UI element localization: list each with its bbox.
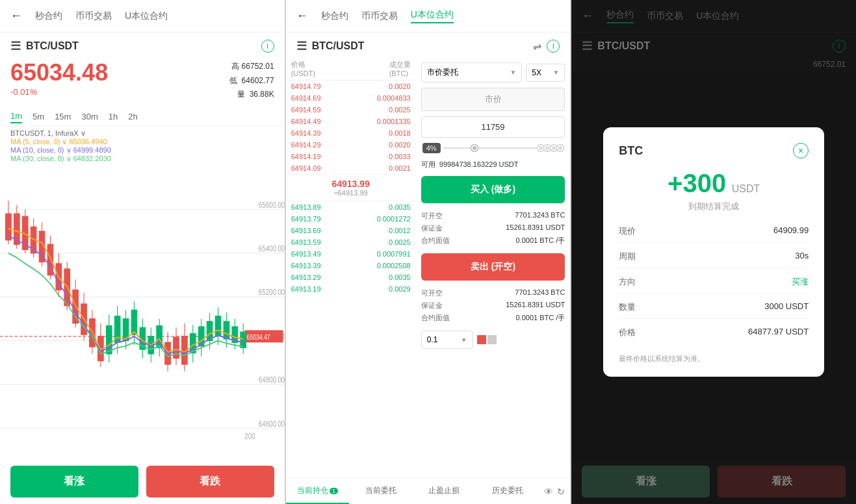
order-type-select[interactable]: 市价委托 ▼	[421, 62, 523, 82]
panel1-symbol-title[interactable]: ☰ BTC/USDT	[10, 39, 79, 53]
panel1-symbol-label: BTC/USDT	[26, 40, 79, 52]
bid-row-2[interactable]: 64913.69 0.0012	[286, 225, 416, 236]
tab-current-orders[interactable]: 当前委托	[349, 479, 412, 504]
panel1-bull-button[interactable]: 看涨	[10, 466, 138, 498]
panel1-ma5: MA (5, close, 0) ∨ 65036.4940	[10, 138, 274, 146]
modal-row-2: 方向 买涨	[619, 276, 809, 294]
tf-5m[interactable]: 5m	[32, 110, 44, 123]
slider-row[interactable]: 4%	[421, 143, 565, 153]
panel1-chart-info: BTCUSDT, 1, InfuraX ∨ MA (5, close, 0) ∨…	[0, 127, 285, 166]
order-type-row: 市价委托 ▼ 5X ▼	[421, 62, 565, 82]
tf-1h[interactable]: 1h	[109, 110, 118, 123]
orderbook-header: 价格(USDT) 成交量(BTC)	[286, 57, 416, 81]
ask-row-6[interactable]: 64914.19 0.0033	[286, 151, 416, 162]
margin-val-top: 15261.8391 USDT	[480, 223, 565, 233]
grid-icons	[477, 335, 497, 344]
leverage-arrow: ▼	[552, 69, 559, 76]
margin-val-bottom: 15261.8391 USDT	[480, 301, 565, 310]
ob-mid-price: 64913.99	[291, 179, 411, 189]
panel2-nav-item-2[interactable]: U本位合约	[411, 9, 454, 23]
bid-row-6[interactable]: 64913.29 0.0035	[286, 271, 416, 283]
tf-30m[interactable]: 30m	[81, 110, 97, 123]
ask-row-7[interactable]: 64914.09 0.0021	[286, 162, 416, 174]
tf-15m[interactable]: 15m	[55, 110, 71, 123]
ask-row-4[interactable]: 64914.39 0.0018	[286, 127, 416, 139]
ask-row-0[interactable]: 64914.79 0.0020	[286, 81, 416, 92]
contract-label-bottom: 合约面值	[421, 313, 475, 323]
panel1-bear-button[interactable]: 看跌	[146, 466, 274, 498]
sell-info-grid: 可开空 7701.3243 BTC 保证金 15261.8391 USDT 合约…	[421, 286, 565, 325]
ask-row-5[interactable]: 64914.29 0.0020	[286, 139, 416, 151]
sell-button[interactable]: 卖出 (开空)	[421, 253, 565, 281]
panel1-chart-area: BTCUSDT, 1, InfuraX ∨ MA (5, close, 0) ∨…	[0, 127, 285, 459]
panel1-nav-item-2[interactable]: U本位合约	[125, 10, 168, 22]
ask-row-2[interactable]: 64914.59 0.0025	[286, 104, 416, 116]
slider-dot-3[interactable]	[551, 145, 557, 151]
contract-label-top: 合约面值	[421, 236, 475, 246]
tf-2h[interactable]: 2h	[128, 110, 137, 123]
panel2-bottom-tabs: 当前持仓1 当前委托 止盈止损 历史委托 👁 ↻	[286, 478, 571, 504]
hamburger-icon[interactable]: ☰	[10, 39, 21, 53]
ask-row-1[interactable]: 64914.69 0.0004833	[286, 92, 416, 104]
orderbook: 价格(USDT) 成交量(BTC) 64914.79 0.0020 64914.…	[286, 57, 416, 478]
ob-header-price: 价格(USDT)	[291, 60, 315, 77]
tf-1m[interactable]: 1m	[10, 110, 22, 123]
contract-val-top: 0.0001 BTC /手	[480, 236, 565, 246]
refresh-icon[interactable]: ↻	[557, 486, 565, 497]
panel1-nav-item-1[interactable]: 币币交易	[75, 10, 112, 22]
modal-row-1: 周期 30s	[619, 251, 809, 268]
modal-close-button[interactable]: ×	[793, 143, 809, 158]
margin-label-bottom: 保证金	[421, 301, 475, 310]
svg-text:64800.00: 64800.00	[259, 375, 285, 384]
slider-dots[interactable]	[443, 145, 564, 151]
modal-title: BTC	[619, 144, 643, 158]
qty-input[interactable]: 11759	[421, 116, 565, 138]
svg-text:65400.00: 65400.00	[259, 244, 285, 253]
panel1-back-button[interactable]: ←	[10, 9, 22, 23]
panel2-chart-icon[interactable]: ⇌	[533, 40, 541, 53]
positions-badge: 1	[330, 488, 338, 494]
panel2-symbol-title[interactable]: ☰ BTC/USDT	[296, 39, 365, 53]
panel2-nav-item-1[interactable]: 币币交易	[361, 10, 398, 22]
avail-row: 可用 99984738.163229 USDT	[421, 158, 565, 171]
slider-dot-2[interactable]	[544, 145, 551, 151]
orderbook-mid: 64913.99 ≈64913.99	[286, 174, 416, 201]
eye-icon[interactable]: 👁	[544, 486, 553, 497]
panel2-symbol-header: ☰ BTC/USDT ⇌ i	[286, 32, 571, 57]
svg-text:200: 200	[244, 431, 255, 440]
panel2-back-button[interactable]: ←	[296, 9, 308, 23]
bid-row-4[interactable]: 64913.49 0.0007991	[286, 248, 416, 260]
buy-button[interactable]: 买入 (做多)	[421, 176, 565, 203]
bid-row-1[interactable]: 64913.79 0.0001272	[286, 213, 416, 225]
bid-row-5[interactable]: 64913.39 0.0002508	[286, 260, 416, 271]
bid-row-0[interactable]: 64913.89 0.0035	[286, 201, 416, 213]
bid-row-3[interactable]: 64913.59 0.0025	[286, 236, 416, 248]
panel2-info-icon[interactable]: i	[547, 40, 560, 53]
modal-row-0: 现价 64909.99	[619, 225, 809, 243]
panel1-info-icon[interactable]: i	[261, 40, 274, 53]
panel1-main-price: 65034.48	[10, 60, 108, 86]
red-grid-icon[interactable]	[477, 335, 486, 344]
slider-dot-1[interactable]	[538, 145, 544, 151]
panel2-hamburger-icon[interactable]: ☰	[296, 39, 307, 53]
bid-row-7[interactable]: 64913.19 0.0029	[286, 283, 416, 295]
slider-line[interactable]	[443, 147, 538, 149]
ask-row-3[interactable]: 64914.49 0.0001335	[286, 116, 416, 127]
price-input[interactable]: 市价	[421, 88, 565, 111]
slider-dot-4[interactable]	[557, 145, 564, 151]
gray-grid-icon[interactable]	[487, 335, 497, 344]
tab-stop-orders[interactable]: 止盈止损	[413, 479, 476, 504]
svg-rect-68	[224, 321, 229, 339]
panel2: ← 秒合约 币币交易 U本位合约 ☰ BTC/USDT ⇌ i 价格(USDT)…	[286, 0, 571, 504]
modal-card: BTC × +300 USDT 到期结算完成 现价 64909.99 周期 30…	[603, 127, 824, 377]
leverage-select[interactable]: 5X ▼	[526, 64, 565, 82]
panel1-nav-item-0[interactable]: 秒合约	[35, 10, 62, 22]
tab-current-positions[interactable]: 当前持仓1	[286, 479, 349, 504]
qty-select[interactable]: 0.1 ▼	[421, 331, 473, 349]
svg-rect-72	[240, 332, 246, 347]
panel2-nav-item-0[interactable]: 秒合约	[321, 10, 348, 22]
modal-subtitle: 到期结算完成	[619, 201, 809, 212]
tab-history-orders[interactable]: 历史委托	[476, 479, 539, 504]
modal-row-3: 数量 3000 USDT	[619, 301, 809, 319]
panel1-chart-symbol: BTCUSDT, 1, InfuraX ∨	[10, 129, 274, 138]
